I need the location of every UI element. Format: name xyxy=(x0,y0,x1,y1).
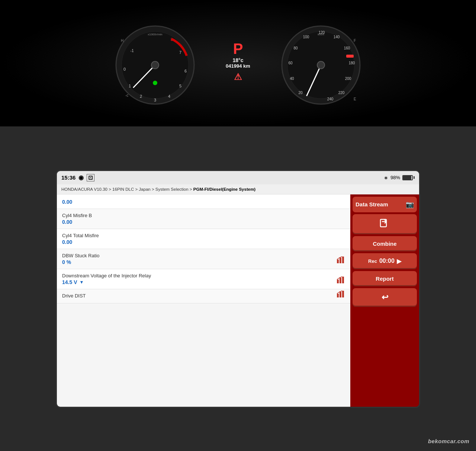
play-icon: ▶ xyxy=(397,258,401,265)
breadcrumb-path: HONDA/ACURA V10.30 > 16PIN DLC > Japan >… xyxy=(61,187,193,191)
combine-button[interactable]: Combine xyxy=(353,236,417,251)
svg-rect-45 xyxy=(340,292,341,297)
dropdown-arrow-4[interactable]: ▼ xyxy=(79,280,84,285)
svg-text:-1: -1 xyxy=(131,49,134,53)
svg-rect-39 xyxy=(340,258,341,263)
sidebar: Data Stream 📷 Combine xyxy=(350,194,419,407)
svg-rect-38 xyxy=(337,260,339,263)
svg-text:km/h: km/h xyxy=(318,33,324,36)
svg-rect-37 xyxy=(346,55,354,58)
breadcrumb: HONDA/ACURA V10.30 > 16PIN DLC > Japan >… xyxy=(57,184,419,194)
report-button[interactable]: Report xyxy=(353,271,417,286)
data-stream-item-5: Drive DIST xyxy=(57,289,350,303)
export-icon xyxy=(380,219,390,230)
tablet-device: 15:36 ◉ ⊡ ∗ 98% HONDA/ACURA V10.30 > 16P… xyxy=(56,170,420,408)
report-label: Report xyxy=(376,276,393,282)
svg-text:100: 100 xyxy=(303,35,309,39)
gear-indicator: P xyxy=(233,41,243,57)
watermark: bekomcar.com xyxy=(428,438,469,444)
bluetooth-icon: ∗ xyxy=(384,175,388,181)
battery-percent-label: 98% xyxy=(390,175,400,180)
svg-rect-40 xyxy=(342,257,344,263)
item-5-label: Drive DIST xyxy=(62,293,345,299)
svg-rect-43 xyxy=(342,277,344,283)
dashboard: -1 0 1 2 3 4 5 6 7 xyxy=(0,0,476,126)
rpm-gauge: -1 0 1 2 3 4 5 6 7 xyxy=(114,24,196,106)
wifi-icon: ◉ xyxy=(78,174,84,181)
svg-text:80: 80 xyxy=(293,46,298,50)
speedometer-gauge: 20 40 60 80 100 120 140 160 180 200 220 … xyxy=(280,24,362,106)
svg-rect-46 xyxy=(342,291,344,297)
svg-text:6: 6 xyxy=(184,69,187,73)
item-3-value: 0 % xyxy=(62,259,345,265)
data-stream-item-3: DBW Stuck Ratio 0 % xyxy=(57,249,350,269)
time-display: 15:36 xyxy=(61,174,75,181)
chart-icon-3[interactable] xyxy=(337,256,346,265)
camera-icon[interactable]: 📷 xyxy=(406,200,414,209)
data-stream-item-4: Downstream Voltage of the Injector Relay… xyxy=(57,269,350,289)
svg-rect-42 xyxy=(340,278,341,283)
svg-text:7: 7 xyxy=(179,50,181,55)
svg-text:3: 3 xyxy=(154,98,156,102)
export-button[interactable] xyxy=(353,214,417,234)
warning-triangle-icon: ⚠ xyxy=(234,72,242,82)
svg-rect-44 xyxy=(337,294,339,297)
svg-text:2: 2 xyxy=(140,94,142,99)
rec-label: Rec xyxy=(368,258,377,264)
svg-text:40: 40 xyxy=(290,77,294,81)
device-screen: 15:36 ◉ ⊡ ∗ 98% HONDA/ACURA V10.30 > 16P… xyxy=(0,126,476,451)
gauge-cluster: -1 0 1 2 3 4 5 6 7 xyxy=(114,24,362,106)
item-2-value: 0.00 xyxy=(62,239,345,245)
svg-text:60: 60 xyxy=(288,61,293,65)
svg-text:4: 4 xyxy=(168,94,170,99)
item-4-label: Downstream Voltage of the Injector Relay xyxy=(62,273,345,278)
svg-text:F: F xyxy=(354,39,356,43)
combine-label: Combine xyxy=(373,241,396,247)
sidebar-header: Data Stream 📷 xyxy=(353,197,417,212)
rec-time: 00:00 xyxy=(379,258,395,264)
item-1-value: 0.00 xyxy=(62,219,345,225)
center-display: P 18°c 041994 km ⚠ xyxy=(226,41,250,82)
chart-icon-4[interactable] xyxy=(337,276,346,285)
back-button[interactable]: ↩ xyxy=(353,288,417,307)
battery-icon xyxy=(402,175,415,180)
svg-text:-c: -c xyxy=(125,93,128,97)
status-left: 15:36 ◉ ⊡ xyxy=(61,174,94,181)
status-bar: 15:36 ◉ ⊡ ∗ 98% xyxy=(57,171,419,184)
svg-text:220: 220 xyxy=(338,91,345,95)
data-stream-item-1: Cyl4 Misfire B 0.00 xyxy=(57,209,350,229)
temp-display: 18°c xyxy=(233,57,244,63)
svg-text:1: 1 xyxy=(129,84,131,88)
item-4-value: 14.5 V ▼ xyxy=(62,279,345,285)
svg-text:200: 200 xyxy=(345,77,351,81)
item-3-label: DBW Stuck Ratio xyxy=(62,253,345,258)
status-right: ∗ 98% xyxy=(384,175,415,181)
svg-text:240: 240 xyxy=(327,97,334,101)
item-1-label: Cyl4 Misfire B xyxy=(62,213,345,218)
chart-icon-5[interactable] xyxy=(337,290,346,299)
data-stream-list[interactable]: 0.00 Cyl4 Misfire B 0.00 Cyl4 Total Misf… xyxy=(57,194,350,407)
display-icon: ⊡ xyxy=(87,174,94,181)
item-2-label: Cyl4 Total Misfire xyxy=(62,233,345,238)
svg-text:H: H xyxy=(121,39,123,43)
svg-point-14 xyxy=(153,81,157,85)
svg-text:180: 180 xyxy=(349,61,355,65)
odometer-display: 041994 km xyxy=(226,63,250,69)
svg-text:20: 20 xyxy=(298,91,303,95)
sidebar-title: Data Stream xyxy=(356,201,388,207)
svg-text:x1000r/min: x1000r/min xyxy=(148,33,163,36)
breadcrumb-highlight: PGM-FI/Diesel(Engine System) xyxy=(193,187,255,191)
svg-text:160: 160 xyxy=(344,46,350,50)
rec-button[interactable]: Rec 00:00 ▶ xyxy=(353,253,417,269)
main-content: 0.00 Cyl4 Misfire B 0.00 Cyl4 Total Misf… xyxy=(57,194,419,407)
back-icon: ↩ xyxy=(382,293,388,302)
svg-point-34 xyxy=(317,61,325,69)
svg-rect-41 xyxy=(337,280,339,283)
svg-text:0: 0 xyxy=(123,67,126,71)
svg-text:5: 5 xyxy=(179,84,181,88)
item-0-value: 0.00 xyxy=(62,199,345,205)
svg-text:E: E xyxy=(354,97,356,101)
data-stream-item-2: Cyl4 Total Misfire 0.00 xyxy=(57,229,350,249)
svg-point-13 xyxy=(151,61,159,69)
data-stream-item-0: 0.00 xyxy=(57,194,350,209)
